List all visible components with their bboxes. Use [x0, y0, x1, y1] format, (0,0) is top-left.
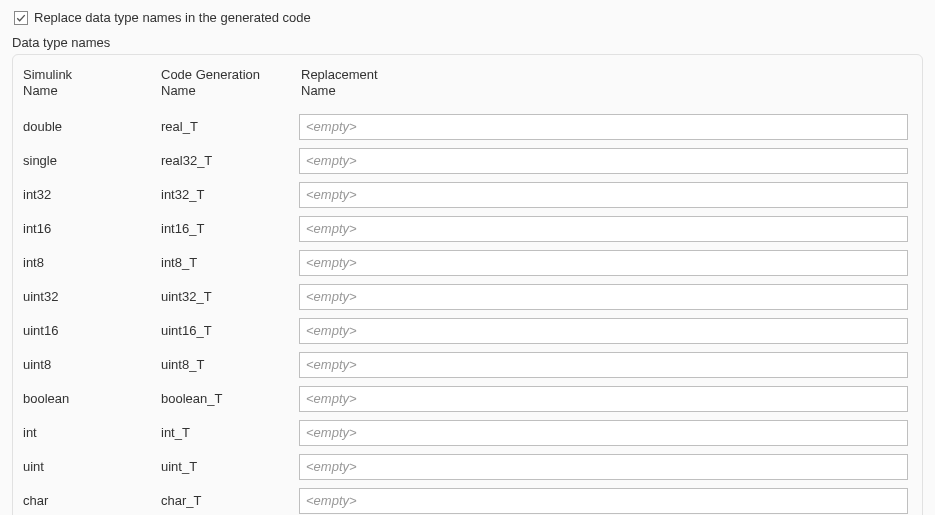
- table-cell-replacement: [299, 110, 912, 144]
- replacement-input[interactable]: [299, 114, 908, 140]
- table-cell-codegen: uint32_T: [161, 285, 299, 309]
- col-header-replacement-l1: Replacement: [301, 67, 912, 83]
- col-header-simulink-l2: Name: [23, 83, 161, 99]
- table-cell-replacement: [299, 178, 912, 212]
- replacement-input[interactable]: [299, 352, 908, 378]
- replacement-input[interactable]: [299, 420, 908, 446]
- replace-checkbox-row: Replace data type names in the generated…: [14, 10, 923, 25]
- col-header-codegen-l2: Name: [161, 83, 299, 99]
- replace-checkbox-label: Replace data type names in the generated…: [34, 10, 311, 25]
- check-icon: [16, 13, 26, 23]
- table-cell-replacement: [299, 212, 912, 246]
- data-type-table: Simulink Name Code Generation Name Repla…: [12, 54, 923, 515]
- table-cell-replacement: [299, 280, 912, 314]
- table-cell-replacement: [299, 382, 912, 416]
- col-header-codegen: Code Generation Name: [161, 65, 299, 102]
- table-cell-simulink: uint: [23, 455, 161, 479]
- table-cell-codegen: int_T: [161, 421, 299, 445]
- table-cell-simulink: int: [23, 421, 161, 445]
- table-cell-codegen: real32_T: [161, 149, 299, 173]
- replacement-input[interactable]: [299, 182, 908, 208]
- table-cell-simulink: char: [23, 489, 161, 513]
- table-cell-codegen: char_T: [161, 489, 299, 513]
- table-cell-simulink: int32: [23, 183, 161, 207]
- table-cell-codegen: boolean_T: [161, 387, 299, 411]
- data-type-replacement-panel: Replace data type names in the generated…: [0, 0, 935, 515]
- table-cell-replacement: [299, 416, 912, 450]
- table-cell-simulink: double: [23, 115, 161, 139]
- replacement-input[interactable]: [299, 488, 908, 514]
- table-header: Simulink Name Code Generation Name Repla…: [23, 65, 912, 102]
- table-cell-codegen: int16_T: [161, 217, 299, 241]
- table-cell-simulink: int8: [23, 251, 161, 275]
- replacement-input[interactable]: [299, 216, 908, 242]
- table-cell-simulink: uint32: [23, 285, 161, 309]
- table-cell-replacement: [299, 246, 912, 280]
- table-body: doublereal_Tsinglereal32_Tint32int32_Tin…: [23, 110, 912, 516]
- col-header-replacement: Replacement Name: [299, 65, 912, 102]
- table-cell-codegen: uint_T: [161, 455, 299, 479]
- table-cell-simulink: int16: [23, 217, 161, 241]
- table-cell-codegen: int8_T: [161, 251, 299, 275]
- col-header-simulink-l1: Simulink: [23, 67, 161, 83]
- table-cell-replacement: [299, 314, 912, 348]
- replacement-input[interactable]: [299, 318, 908, 344]
- table-cell-simulink: boolean: [23, 387, 161, 411]
- table-cell-replacement: [299, 144, 912, 178]
- table-cell-replacement: [299, 484, 912, 516]
- section-title: Data type names: [12, 35, 923, 50]
- replacement-input[interactable]: [299, 250, 908, 276]
- replacement-input[interactable]: [299, 454, 908, 480]
- table-cell-codegen: real_T: [161, 115, 299, 139]
- table-cell-simulink: uint16: [23, 319, 161, 343]
- col-header-codegen-l1: Code Generation: [161, 67, 299, 83]
- col-header-replacement-l2: Name: [301, 83, 912, 99]
- table-cell-simulink: single: [23, 149, 161, 173]
- replacement-input[interactable]: [299, 386, 908, 412]
- table-cell-replacement: [299, 450, 912, 484]
- table-cell-simulink: uint8: [23, 353, 161, 377]
- table-cell-codegen: int32_T: [161, 183, 299, 207]
- table-cell-codegen: uint16_T: [161, 319, 299, 343]
- replace-checkbox[interactable]: [14, 11, 28, 25]
- replacement-input[interactable]: [299, 148, 908, 174]
- col-header-simulink: Simulink Name: [23, 65, 161, 102]
- replacement-input[interactable]: [299, 284, 908, 310]
- table-cell-codegen: uint8_T: [161, 353, 299, 377]
- table-cell-replacement: [299, 348, 912, 382]
